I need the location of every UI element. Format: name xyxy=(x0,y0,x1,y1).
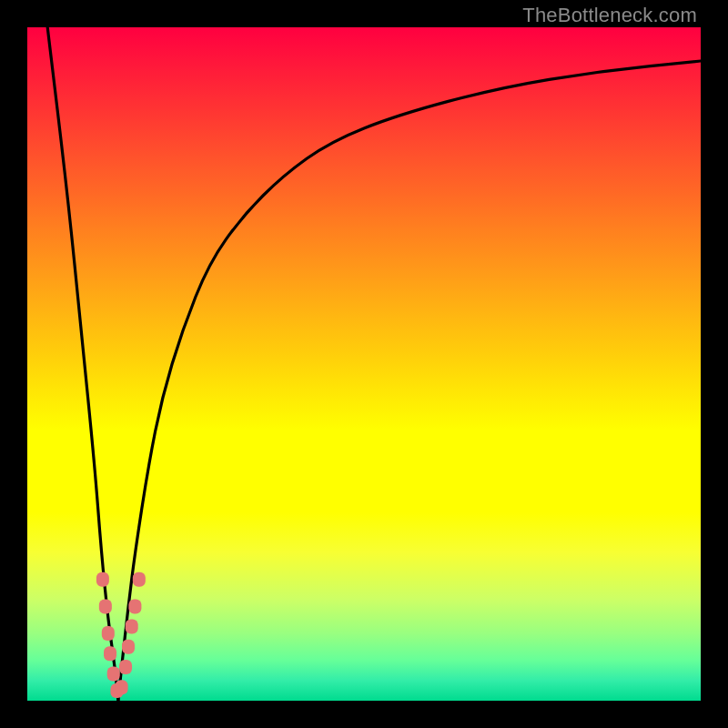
data-marker xyxy=(128,599,141,613)
data-marker xyxy=(133,572,146,587)
data-marker xyxy=(104,646,116,661)
data-marker xyxy=(99,599,112,613)
data-marker xyxy=(96,572,109,587)
data-marker xyxy=(116,680,128,694)
data-marker xyxy=(119,660,132,674)
data-marker xyxy=(107,666,120,681)
curve-layer xyxy=(27,27,701,701)
watermark-text: TheBottleneck.com xyxy=(522,4,697,27)
plot-area xyxy=(27,27,701,701)
curve-right-branch xyxy=(118,61,701,701)
data-marker xyxy=(126,620,138,634)
data-marker xyxy=(122,640,135,654)
chart-frame: TheBottleneck.com xyxy=(0,0,728,728)
data-marker xyxy=(102,626,115,641)
